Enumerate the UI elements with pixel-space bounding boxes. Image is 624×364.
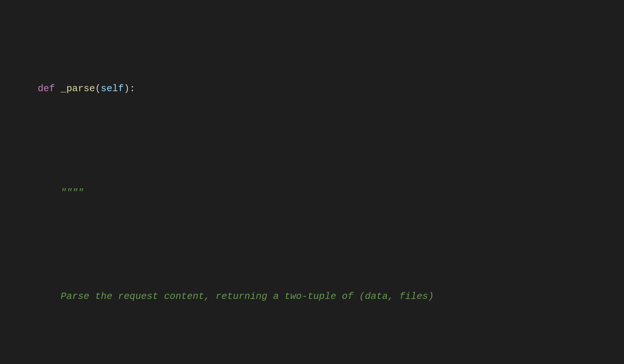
doc-text-1: Parse the request content, returning a t…: [38, 291, 434, 302]
paren-open: (: [95, 83, 101, 94]
docstring-open: """": [38, 187, 84, 198]
line-docstring-open: """": [15, 170, 609, 215]
line-doc1: Parse the request content, returning a t…: [15, 274, 609, 318]
func-name: _parse: [61, 83, 95, 94]
keyword-def: def: [38, 83, 60, 94]
paren-close: ):: [124, 83, 135, 94]
line-def: def _parse(self):: [15, 67, 609, 111]
self-param: self: [101, 83, 124, 94]
code-editor: def _parse(self): """" Parse the request…: [15, 7, 609, 364]
